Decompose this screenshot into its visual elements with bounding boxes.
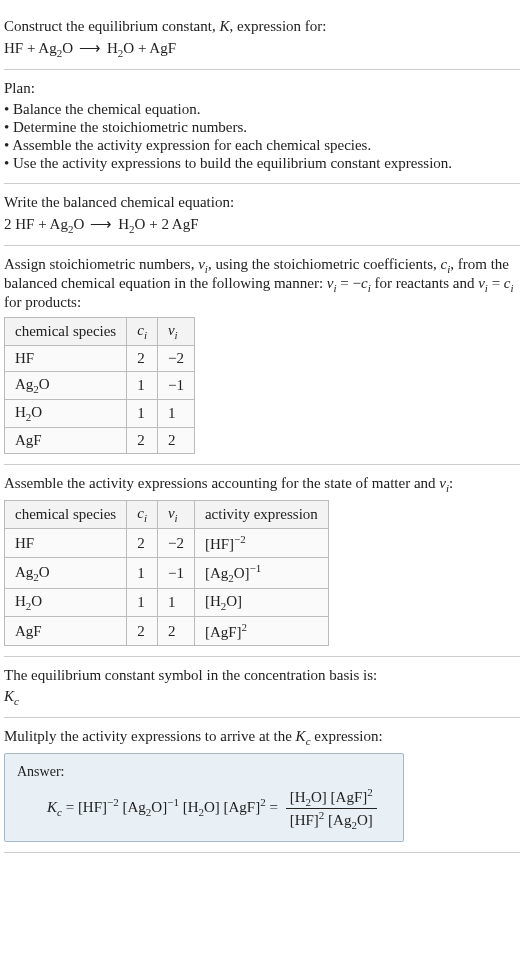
mt-b: expression: — [311, 728, 383, 744]
a2-act: [Ag2O]−1 — [194, 558, 328, 589]
ans-K: K — [47, 799, 57, 815]
plan-bullet-4: • Use the activity expressions to build … — [4, 155, 520, 172]
b-h2o-a: H — [118, 216, 129, 232]
r3-n: 1 — [157, 400, 194, 428]
a3sa: H — [15, 593, 26, 609]
at-nu: ν — [439, 475, 446, 491]
a1-act: [HF]−2 — [194, 529, 328, 558]
r2-species: Ag2O — [5, 372, 127, 400]
den-aga: [Ag — [324, 812, 351, 828]
plan-bullet-3: • Assemble the activity expression for e… — [4, 137, 520, 154]
answer-label: Answer: — [17, 764, 391, 780]
r4-n: 2 — [157, 428, 194, 454]
nu3: ν — [478, 275, 485, 291]
b-ag2o-c: O — [73, 216, 84, 232]
a2-c: 1 — [127, 558, 158, 589]
st2: , using the stoichiometric coefficients, — [208, 256, 441, 272]
athn-i: i — [175, 512, 178, 524]
table-row: AgF 2 2 [AgF]2 — [5, 617, 329, 646]
th-c: ci — [127, 318, 158, 346]
a4-n: 2 — [157, 617, 194, 646]
r2-n: −1 — [157, 372, 194, 400]
a2ac: O] — [234, 565, 250, 581]
a3sc: O — [31, 593, 42, 609]
balanced-title: Write the balanced chemical equation: — [4, 194, 520, 211]
intro-section: Construct the equilibrium constant, K, e… — [4, 8, 520, 70]
r4-species: AgF — [5, 428, 127, 454]
r4-c: 2 — [127, 428, 158, 454]
table-row: Ag2O 1 −1 — [5, 372, 195, 400]
a2aa: [Ag — [205, 565, 228, 581]
ans-eq2: = — [266, 799, 282, 815]
ans-agc: O] — [151, 799, 167, 815]
a3-c: 1 — [127, 589, 158, 617]
at-a: Assemble the activity expressions accoun… — [4, 475, 439, 491]
h2o-c: O — [123, 40, 134, 56]
symbol-title: The equilibrium constant symbol in the c… — [4, 667, 520, 684]
a2sa: Ag — [15, 564, 33, 580]
kc-expression: Kc = [HF]−2 [Ag2O]−1 [H2O] [AgF]2 = [H2O… — [17, 786, 391, 831]
b-plus: + — [34, 216, 49, 232]
activity-title: Assemble the activity expressions accoun… — [4, 475, 520, 494]
ans-agf: [AgF] — [224, 799, 261, 815]
den-hf: [HF] — [290, 812, 319, 828]
thc-i: i — [144, 329, 147, 341]
answer-box: Answer: Kc = [HF]−2 [Ag2O]−1 [H2O] [AgF]… — [4, 753, 404, 842]
b-plus2: + — [145, 216, 161, 232]
a4-act: [AgF]2 — [194, 617, 328, 646]
th-nu: νi — [157, 318, 194, 346]
a3-n: 1 — [157, 589, 194, 617]
ans-hf: [HF] — [78, 799, 107, 815]
a1-species: HF — [5, 529, 127, 558]
r3-c: 1 — [127, 400, 158, 428]
table-header-row: chemical species ci νi — [5, 318, 195, 346]
ci3: i — [511, 282, 514, 294]
symbol-section: The equilibrium constant symbol in the c… — [4, 657, 520, 718]
stoich-section: Assign stoichiometric numbers, νi, using… — [4, 246, 520, 465]
ans-age: −1 — [167, 796, 179, 808]
a1-c: 2 — [127, 529, 158, 558]
b-ag2o-a: Ag — [50, 216, 68, 232]
activity-section: Assemble the activity expressions accoun… — [4, 465, 520, 657]
a3ac: O] — [226, 593, 242, 609]
ath-nu: νi — [157, 501, 194, 529]
plan-bullet-1: • Balance the chemical equation. — [4, 101, 520, 118]
agf: AgF — [149, 40, 176, 56]
num-h2oc: O] — [311, 789, 331, 805]
r2sa: Ag — [15, 376, 33, 392]
mt-a: Mulitply the activity expressions to arr… — [4, 728, 296, 744]
plan-section: Plan: • Balance the chemical equation. •… — [4, 70, 520, 184]
ag2o-c: O — [62, 40, 73, 56]
a2-n: −1 — [157, 558, 194, 589]
ath-act: activity expression — [194, 501, 328, 529]
thc-c: c — [137, 322, 144, 338]
thn-nu: ν — [168, 322, 175, 338]
arrow-icon: ⟶ — [73, 40, 107, 56]
ans-hfe: −2 — [107, 796, 119, 808]
r2sc: O — [39, 376, 50, 392]
a4a: [AgF] — [205, 624, 242, 640]
intro-text: Construct the equilibrium constant, K, e… — [4, 18, 520, 35]
mt-K: K — [296, 728, 306, 744]
kc-K: K — [4, 688, 14, 704]
ans-eq: = — [62, 799, 78, 815]
athc-c: c — [137, 505, 144, 521]
table-row: H2O 1 1 [H2O] — [5, 589, 329, 617]
stoich-table: chemical species ci νi HF 2 −2 Ag2O 1 −1… — [4, 317, 195, 454]
a1e: −2 — [234, 533, 246, 545]
r1-species: HF — [5, 346, 127, 372]
eqpos: = — [488, 275, 504, 291]
a3-species: H2O — [5, 589, 127, 617]
intro-part2: , expression for: — [229, 18, 326, 34]
ath-c: ci — [127, 501, 158, 529]
b-hf: 2 HF — [4, 216, 34, 232]
activity-table: chemical species ci νi activity expressi… — [4, 500, 329, 646]
K-symbol: K — [219, 18, 229, 34]
hf: HF — [4, 40, 23, 56]
c3: c — [504, 275, 511, 291]
ans-h2oa: [H — [179, 799, 199, 815]
plan-bullet-2: • Determine the stoichiometric numbers. — [4, 119, 520, 136]
th-species: chemical species — [5, 318, 127, 346]
ag2o-a: Ag — [38, 40, 56, 56]
table-row: H2O 1 1 — [5, 400, 195, 428]
